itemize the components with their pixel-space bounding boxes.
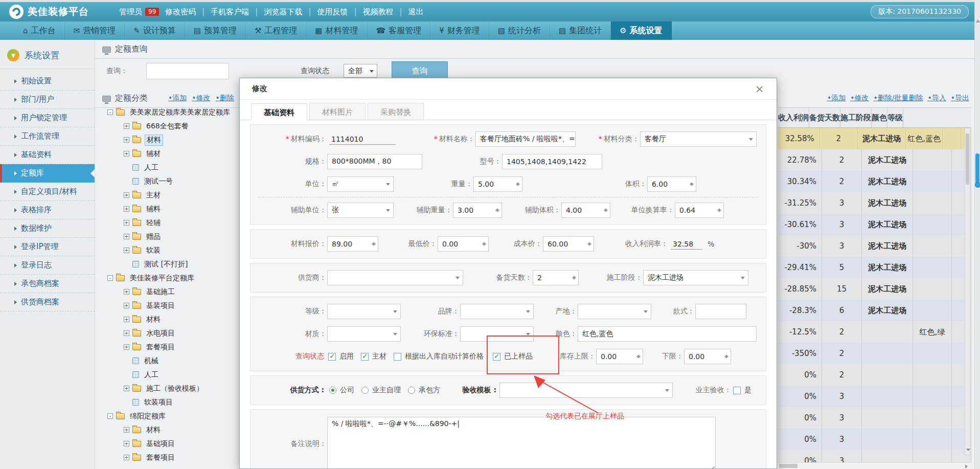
material-category-select[interactable]: 客餐厅	[640, 131, 757, 147]
table-row[interactable]: -28.3% 6 泥木工进场	[778, 300, 971, 321]
table-row[interactable]: 30.34% 2 泥木工进场	[778, 171, 971, 192]
tree-node-label[interactable]: 材料	[145, 315, 162, 325]
spin-down-icon[interactable]	[516, 184, 520, 188]
brand-select[interactable]	[460, 304, 534, 319]
sidebar-item[interactable]: 供货商档案	[0, 293, 95, 311]
table-column-header[interactable]: 备货天数	[809, 108, 840, 127]
sidebar-item[interactable]: 数据维护	[0, 219, 95, 238]
tree-node-label[interactable]: 套餐项目	[145, 342, 176, 352]
table-row[interactable]: 0% 3	[778, 407, 971, 429]
tree-node-label[interactable]: 材料	[145, 425, 162, 435]
unit-rate-stepper[interactable]: 0.64	[675, 203, 724, 218]
tree-node-label[interactable]: 机械	[143, 356, 160, 366]
tree-node[interactable]: + 套餐项目	[95, 451, 248, 464]
category-action-link[interactable]: •添加	[168, 94, 187, 102]
tree-node[interactable]: + 套餐项目	[95, 340, 248, 354]
tree-node-label[interactable]: 材料	[145, 135, 163, 146]
page-scrollbar[interactable]	[974, 0, 980, 469]
tree-node-label[interactable]: 赠品	[145, 232, 162, 242]
tree-node[interactable]: + 软装	[95, 243, 248, 257]
category-action-link[interactable]: •删除	[216, 94, 234, 102]
tree-expander-icon[interactable]: +	[124, 441, 129, 446]
tree-expander-icon[interactable]: +	[124, 234, 129, 239]
aux-volume-stepper[interactable]: 4.00	[561, 203, 610, 218]
unit-select[interactable]: ㎡	[327, 176, 394, 192]
scroll-right-icon[interactable]	[965, 464, 970, 468]
tree-node[interactable]: + 材料	[95, 423, 248, 437]
tree-expander-icon[interactable]: +	[124, 427, 129, 433]
spin-down-icon[interactable]	[724, 356, 728, 361]
spec-input[interactable]: 800*800MM，80	[327, 154, 422, 169]
tree-node[interactable]: 测试 [不打折]	[95, 257, 248, 271]
nav-tab[interactable]: ✎ 设计预算	[125, 21, 185, 40]
sidebar-item[interactable]: 初始设置	[0, 72, 95, 91]
table-row[interactable]: -31.25% 3 泥木工进场	[778, 192, 971, 214]
tree-node[interactable]: 人工	[95, 161, 248, 174]
tree-node-label[interactable]: 软装项目	[143, 397, 174, 408]
tree-expander-icon[interactable]: +	[124, 386, 129, 391]
scrollbar-thumb[interactable]	[966, 133, 969, 185]
table-action-link[interactable]: •导出	[951, 94, 969, 103]
table-row[interactable]: 0% 3	[778, 386, 971, 407]
dialog-tab[interactable]: 材料图片	[309, 103, 366, 120]
nav-tab[interactable]: ¥ 财务管理	[430, 21, 489, 40]
tree-expander-icon[interactable]: +	[124, 137, 129, 143]
topbar-link[interactable]: 视频教程	[363, 7, 408, 17]
spin-down-icon[interactable]	[572, 277, 576, 282]
style-input[interactable]	[695, 304, 746, 319]
tree-expander-icon[interactable]: +	[124, 455, 129, 460]
company-radio[interactable]	[329, 387, 336, 394]
tree-node[interactable]: + 材料	[95, 312, 248, 326]
table-row[interactable]: -30.61% 3 泥木工进场	[778, 214, 971, 235]
env-standard-select[interactable]	[460, 326, 534, 342]
stock-days-stepper[interactable]: 2	[533, 270, 579, 285]
tree-node[interactable]: 软装项目	[95, 395, 248, 409]
min-price-stepper[interactable]: 0.00	[438, 236, 489, 252]
spin-down-icon[interactable]	[636, 356, 641, 361]
tree-node-label[interactable]: 测试 [不打折]	[143, 259, 189, 270]
table-row[interactable]: 32.58% 2 泥木工进场 红色,蓝色	[778, 128, 971, 149]
aux-weight-stepper[interactable]: 3.00	[453, 203, 502, 218]
sidebar-item[interactable]: 承包商档案	[0, 275, 95, 293]
tree-node-label[interactable]: 主材	[145, 190, 162, 200]
tree-expander-icon[interactable]: +	[124, 303, 129, 308]
accept-template-select[interactable]	[499, 383, 673, 398]
notification-badge[interactable]: 99	[145, 8, 159, 16]
spin-down-icon[interactable]	[717, 210, 721, 214]
enable-checkbox[interactable]	[328, 353, 336, 361]
stock-upper-stepper[interactable]: 0.00	[596, 349, 643, 364]
tree-node-label[interactable]: 水电项目	[145, 328, 176, 339]
table-row[interactable]: -12.5% 2 红色,绿	[778, 321, 971, 343]
query-status-select[interactable]: 全部	[344, 64, 377, 78]
tree-node[interactable]: + 基础项目	[95, 437, 248, 451]
category-action-link[interactable]: •修改	[192, 94, 210, 102]
supplier-select[interactable]	[327, 270, 463, 285]
sidebar-item[interactable]: 自定义项目/材料	[0, 183, 95, 201]
scroll-down-icon[interactable]	[966, 449, 970, 453]
nav-tab[interactable]: ▦ 材料管理	[306, 21, 367, 40]
contractor-radio[interactable]	[408, 387, 415, 394]
table-horizontal-scrollbar[interactable]	[778, 462, 971, 469]
dialog-tab[interactable]: 基础资料	[251, 103, 307, 120]
volume-stepper[interactable]: 6.00	[647, 176, 696, 192]
tree-node[interactable]: + 轻辅	[95, 216, 248, 230]
texture-select[interactable]	[327, 326, 401, 342]
tree-node[interactable]: + 施工（验收模板）	[95, 382, 248, 395]
table-vertical-scrollbar[interactable]	[965, 128, 970, 455]
tree-node-label[interactable]: 668全包套餐	[145, 121, 190, 131]
sidebar-item[interactable]: 工作流管理	[0, 127, 95, 146]
color-input[interactable]: 红色,蓝色	[578, 326, 757, 342]
tree-node-label[interactable]: 测试一号	[143, 176, 174, 187]
owner-accept-checkbox[interactable]	[733, 387, 741, 394]
spin-down-icon[interactable]	[587, 243, 591, 248]
auto-price-checkbox[interactable]	[394, 353, 401, 361]
table-action-link[interactable]: •删除/批量删除	[873, 94, 923, 103]
tree-node-label[interactable]: 轻辅	[145, 218, 162, 228]
close-icon[interactable]: ×	[755, 83, 764, 95]
sidebar-item[interactable]: 部门/用户	[0, 91, 95, 109]
owner-self-radio[interactable]	[361, 387, 369, 394]
tree-node-label[interactable]: 辅料	[145, 204, 162, 214]
tree-node[interactable]: + 基装项目	[95, 299, 248, 312]
topbar-link[interactable]: 使用反馈	[317, 7, 362, 17]
table-column-header[interactable]: 颜色	[872, 108, 887, 127]
